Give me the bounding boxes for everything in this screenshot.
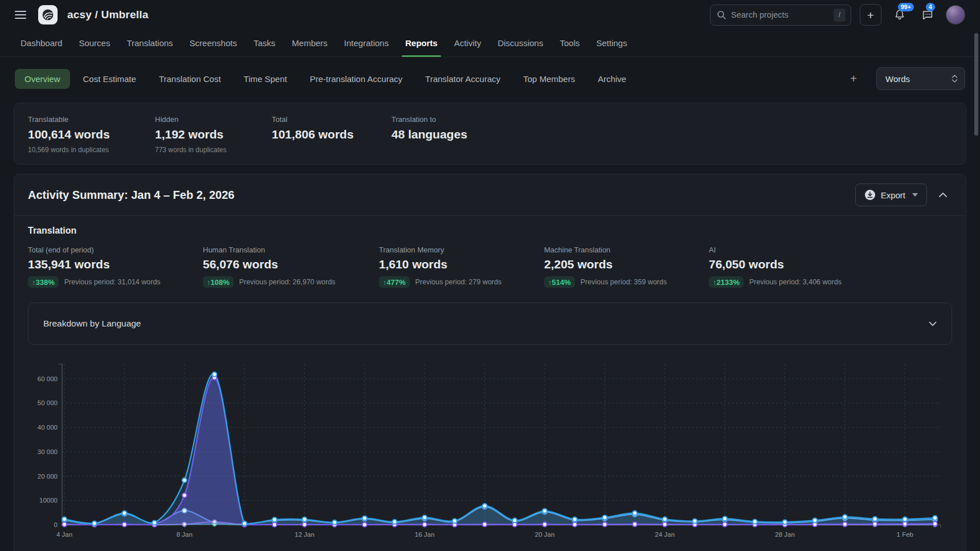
change-badge: ↑2133%	[709, 276, 744, 288]
stat-value: 135,941 words	[28, 258, 203, 271]
svg-text:24 Jan: 24 Jan	[655, 531, 675, 538]
report-tab-overview[interactable]: Overview	[15, 69, 70, 89]
stat-subtext: 773 words in duplicates	[155, 146, 272, 154]
nav-tab-members[interactable]: Members	[292, 30, 328, 56]
stat-value: 2,205 words	[544, 258, 709, 271]
svg-text:50 000: 50 000	[38, 399, 58, 406]
report-tab-translator-accuracy[interactable]: Translator Accuracy	[415, 69, 510, 89]
change-badge: ↑514%	[544, 276, 575, 288]
stat-subtext: 10,569 words in duplicates	[28, 146, 155, 154]
export-caret-icon	[912, 193, 918, 197]
stat-label: Hidden	[155, 115, 272, 124]
nav-tab-activity[interactable]: Activity	[454, 30, 481, 56]
messages-button[interactable]: 4	[918, 5, 937, 25]
export-button[interactable]: Export	[855, 183, 927, 206]
report-tab-time-spent[interactable]: Time Spent	[234, 69, 297, 89]
translation-heading: Translation	[28, 226, 952, 236]
stat-value: 76,050 words	[709, 258, 842, 271]
stat-translation-memory: Translation Memory 1,610 words ↑477% Pre…	[379, 246, 544, 288]
words-summary-card: Translatable 100,614 words 10,569 words …	[14, 103, 966, 165]
previous-period-text: Previous period: 26,970 words	[239, 278, 336, 286]
create-project-button[interactable]: +	[860, 4, 881, 26]
report-tab-translation-cost[interactable]: Translation Cost	[149, 69, 231, 89]
nav-tab-tasks[interactable]: Tasks	[254, 30, 275, 56]
stat-label: Translation to	[391, 115, 467, 124]
breakdown-title: Breakdown by Language	[43, 319, 141, 329]
organization-logo[interactable]	[38, 5, 58, 25]
stat-human-translation: Human Translation 56,076 words ↑108% Pre…	[203, 246, 379, 288]
export-button-label: Export	[881, 190, 905, 200]
stat-value: 56,076 words	[203, 258, 379, 271]
stat-hidden: Hidden 1,192 words 773 words in duplicat…	[155, 115, 272, 154]
nav-tab-translations[interactable]: Translations	[126, 30, 173, 56]
previous-period-text: Previous period: 3,406 words	[749, 278, 842, 286]
previous-period-text: Previous period: 279 words	[415, 278, 501, 286]
search-input[interactable]	[731, 10, 829, 19]
report-tab-archive[interactable]: Archive	[588, 69, 636, 89]
change-badge: ↑477%	[379, 276, 410, 288]
unit-select[interactable]: Words	[876, 67, 965, 90]
nav-tab-tools[interactable]: Tools	[560, 30, 579, 56]
svg-text:1 Feb: 1 Feb	[897, 531, 913, 538]
stat-value: 101,806 words	[272, 128, 391, 141]
stat-label: Total (end of period)	[28, 246, 203, 254]
page-scrollbar[interactable]	[974, 33, 978, 136]
svg-text:20 Jan: 20 Jan	[535, 531, 555, 538]
search-shortcut-key: /	[834, 9, 846, 22]
top-bar: acsy / Umbrella / + 99+ 4	[0, 0, 980, 30]
collapse-section-button[interactable]	[938, 192, 948, 198]
activity-summary-title: Activity Summary: Jan 4 – Feb 2, 2026	[28, 189, 234, 202]
svg-text:4 Jan: 4 Jan	[56, 531, 72, 538]
report-tabs-bar: Overview Cost Estimate Translation Cost …	[0, 57, 980, 90]
nav-tab-dashboard[interactable]: Dashboard	[21, 30, 62, 56]
search-box[interactable]: /	[710, 5, 851, 26]
activity-chart[interactable]: 01000020 00030 00040 00050 00060 0004 Ja…	[28, 360, 945, 546]
stat-label: AI	[709, 246, 842, 254]
stat-machine-translation: Machine Translation 2,205 words ↑514% Pr…	[544, 246, 709, 288]
add-report-button[interactable]: +	[844, 70, 863, 88]
notifications-button[interactable]: 99+	[890, 5, 909, 25]
stat-total: Total 101,806 words	[272, 115, 391, 154]
nav-tab-settings[interactable]: Settings	[596, 30, 627, 56]
svg-text:10000: 10000	[39, 497, 58, 504]
stat-total-end-of-period: Total (end of period) 135,941 words ↑338…	[28, 246, 203, 288]
svg-text:40 000: 40 000	[38, 424, 58, 431]
nav-tab-reports[interactable]: Reports	[405, 30, 438, 56]
stat-label: Translation Memory	[379, 246, 544, 254]
user-avatar[interactable]	[946, 5, 965, 25]
nav-tab-discussions[interactable]: Discussions	[497, 30, 543, 56]
svg-text:16 Jan: 16 Jan	[415, 531, 435, 538]
svg-text:28 Jan: 28 Jan	[775, 531, 795, 538]
svg-text:0: 0	[54, 521, 58, 528]
stat-value: 1,610 words	[379, 258, 544, 271]
report-tab-cost-estimate[interactable]: Cost Estimate	[74, 69, 146, 89]
select-chevrons-icon	[952, 74, 958, 83]
search-icon	[717, 10, 726, 20]
breakdown-by-language-panel[interactable]: Breakdown by Language	[28, 303, 952, 345]
unit-select-value: Words	[885, 74, 910, 84]
svg-text:8 Jan: 8 Jan	[177, 531, 193, 538]
stat-label: Translatable	[28, 115, 155, 124]
translation-stats-row: Total (end of period) 135,941 words ↑338…	[28, 246, 952, 288]
report-tab-top-members[interactable]: Top Members	[513, 69, 585, 89]
svg-text:20 000: 20 000	[38, 473, 58, 480]
svg-text:12 Jan: 12 Jan	[295, 531, 315, 538]
chevron-up-icon	[938, 192, 948, 198]
change-badge: ↑338%	[28, 276, 59, 288]
stat-label: Total	[272, 115, 391, 124]
nav-tab-screenshots[interactable]: Screenshots	[190, 30, 237, 56]
stat-value: 100,614 words	[28, 128, 155, 141]
stat-ai: AI 76,050 words ↑2133% Previous period: …	[709, 246, 842, 288]
stat-label: Machine Translation	[544, 246, 709, 254]
nav-tab-sources[interactable]: Sources	[79, 30, 110, 56]
report-tab-pretranslation-accuracy[interactable]: Pre-translation Accuracy	[300, 69, 413, 89]
messages-count-badge: 4	[926, 3, 935, 11]
download-circle-icon	[864, 189, 876, 201]
notifications-count-badge: 99+	[898, 3, 914, 11]
nav-tab-integrations[interactable]: Integrations	[344, 30, 389, 56]
translation-stats-block: Translation Total (end of period) 135,94…	[14, 216, 966, 288]
project-title: acsy / Umbrella	[67, 9, 148, 21]
change-badge: ↑108%	[203, 276, 234, 288]
hamburger-menu-icon[interactable]	[15, 11, 26, 19]
previous-period-text: Previous period: 359 words	[581, 278, 667, 286]
